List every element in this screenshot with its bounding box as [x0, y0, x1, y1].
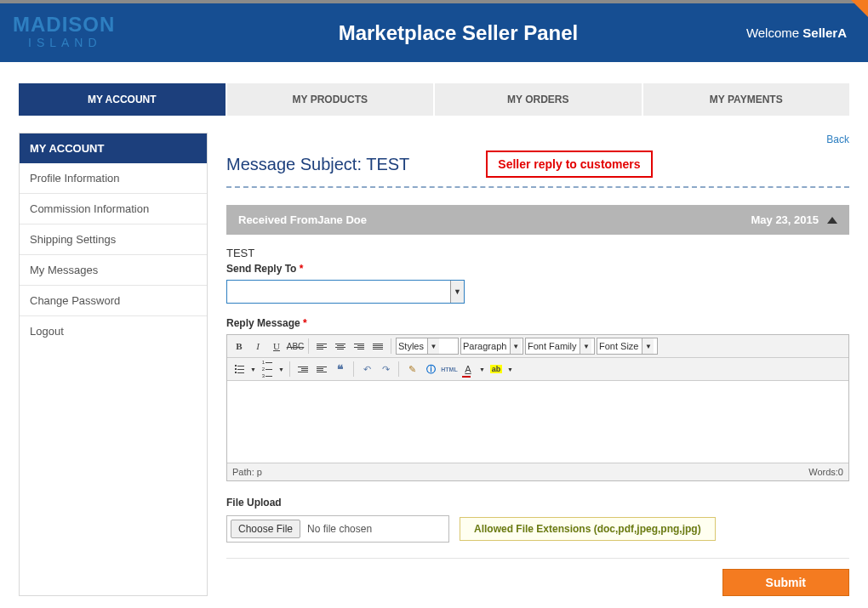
dropdown-caret-icon: ▼ [450, 281, 464, 303]
separator [308, 338, 309, 354]
indent-button[interactable] [313, 361, 330, 378]
divider [226, 558, 849, 559]
numbered-list-button[interactable]: 123 [259, 361, 276, 378]
font-size-select[interactable]: Font Size▼ [597, 338, 658, 355]
file-input[interactable]: Choose File No file chosen [226, 515, 449, 543]
logo[interactable]: MADISON ISLAND [0, 14, 170, 52]
sidebar-header: MY ACCOUNT [20, 134, 207, 163]
no-file-text: No file chosen [307, 523, 372, 535]
separator [353, 361, 354, 377]
editor-textarea[interactable] [227, 381, 848, 463]
align-right-button[interactable] [351, 338, 368, 355]
tab-my-products[interactable]: MY PRODUCTS [227, 83, 434, 116]
collapse-arrow-icon[interactable] [827, 217, 837, 224]
numbered-list-dropdown[interactable]: ▼ [277, 361, 285, 377]
rich-text-editor: B I U ABC Styles▼ Paragraph▼ Font Family… [226, 334, 849, 481]
outdent-button[interactable] [294, 361, 311, 378]
separator [398, 361, 399, 377]
send-reply-to-select[interactable]: ▼ [226, 280, 465, 304]
separator [289, 361, 290, 377]
separator [391, 338, 391, 354]
allowed-extensions-note: Allowed File Extensions (doc,pdf,jpeg,pn… [460, 517, 716, 541]
italic-button[interactable]: I [249, 338, 266, 355]
reply-message-label: Reply Message * [226, 317, 849, 329]
received-from: Received FromJane Doe [238, 213, 367, 226]
styles-select[interactable]: Styles▼ [396, 338, 459, 355]
editor-statusbar: Path: p Words:0 [227, 463, 848, 480]
message-header-bar[interactable]: Received FromJane Doe May 23, 2015 [226, 205, 849, 235]
welcome-prefix: Welcome [746, 26, 802, 40]
page-header: MADISON ISLAND Marketplace Seller Panel … [0, 3, 868, 62]
file-upload-label: File Upload [226, 497, 849, 509]
editor-toolbar-row2: ▼ 123 ▼ ❝ ✎ ⓘ HTML A ▼ ab [227, 358, 848, 381]
back-link[interactable]: Back [826, 134, 849, 145]
submit-button[interactable]: Submit [722, 569, 849, 596]
sidebar-item-shipping[interactable]: Shipping Settings [20, 224, 207, 255]
clear-formatting-button[interactable]: ✎ [403, 361, 420, 378]
tab-my-account[interactable]: MY ACCOUNT [19, 83, 226, 116]
sidebar-item-logout[interactable]: Logout [20, 316, 207, 346]
highlight-color-button[interactable]: ab [488, 361, 505, 378]
editor-word-count: Words:0 [808, 467, 843, 477]
html-source-button[interactable]: HTML [441, 361, 458, 378]
editor-toolbar-row1: B I U ABC Styles▼ Paragraph▼ Font Family… [227, 335, 848, 358]
paragraph-select[interactable]: Paragraph▼ [460, 338, 523, 355]
sidebar-item-messages[interactable]: My Messages [20, 255, 207, 286]
logo-text-top: MADISON [13, 14, 170, 35]
bold-button[interactable]: B [231, 338, 248, 355]
redo-button[interactable] [377, 361, 394, 378]
tab-my-payments[interactable]: MY PAYMENTS [643, 83, 850, 116]
text-color-dropdown[interactable]: ▼ [478, 361, 486, 377]
help-button[interactable]: ⓘ [422, 361, 439, 378]
tab-my-orders[interactable]: MY ORDERS [435, 83, 642, 116]
align-left-button[interactable] [313, 338, 330, 355]
font-family-select[interactable]: Font Family▼ [525, 338, 595, 355]
welcome-text: Welcome SellerA [746, 26, 868, 40]
logo-text-bottom: ISLAND [13, 35, 170, 52]
align-justify-button[interactable] [369, 338, 386, 355]
highlight-color-dropdown[interactable]: ▼ [506, 361, 514, 377]
blockquote-button[interactable]: ❝ [332, 361, 349, 378]
main-tabs: MY ACCOUNT MY PRODUCTS MY ORDERS MY PAYM… [19, 83, 849, 116]
annotation-callout: Seller reply to customers [486, 151, 652, 178]
content-area: Back Message Subject: TEST Seller reply … [208, 133, 849, 596]
sidebar-item-commission[interactable]: Commission Information [20, 194, 207, 224]
sidebar-item-profile[interactable]: Profile Information [20, 163, 207, 194]
underline-button[interactable]: U [268, 338, 285, 355]
sidebar: MY ACCOUNT Profile Information Commissio… [19, 133, 208, 596]
choose-file-button[interactable]: Choose File [231, 520, 300, 538]
top-accent-strip [0, 0, 868, 3]
header-title: Marketplace Seller Panel [170, 21, 746, 45]
text-color-button[interactable]: A [460, 361, 477, 378]
undo-button[interactable] [358, 361, 375, 378]
bullet-list-dropdown[interactable]: ▼ [249, 361, 257, 377]
sidebar-item-password[interactable]: Change Password [20, 286, 207, 316]
message-body-text: TEST [226, 247, 849, 259]
message-subject: Message Subject: TEST [226, 155, 409, 174]
editor-path: Path: p [232, 467, 262, 477]
bullet-list-button[interactable] [231, 361, 248, 378]
send-reply-to-label: Send Reply To * [226, 263, 849, 275]
welcome-user: SellerA [802, 26, 847, 40]
align-center-button[interactable] [332, 338, 349, 355]
strikethrough-button[interactable]: ABC [287, 338, 304, 355]
message-date: May 23, 2015 [751, 213, 837, 226]
